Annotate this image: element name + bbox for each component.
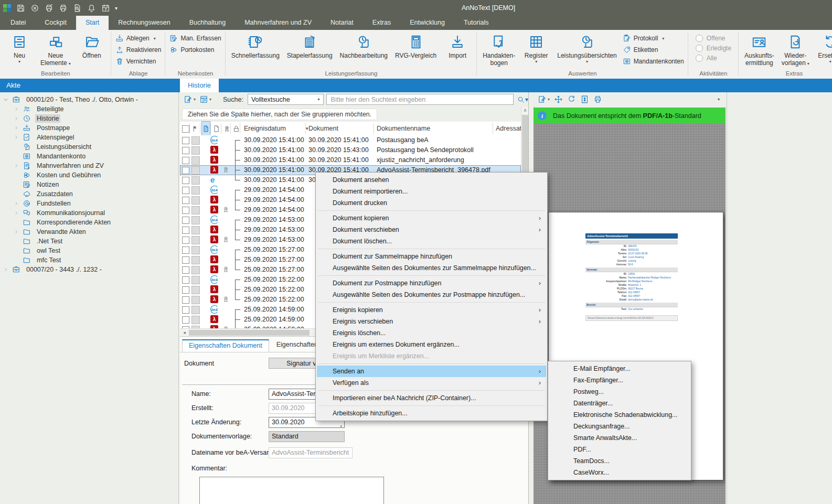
ribbon-tab-rechnungswesen[interactable]: Rechnungswesen	[109, 16, 179, 30]
ribbon-button-man-erfassen[interactable]: Man. Erfassen	[169, 33, 221, 44]
row-checkbox[interactable]	[182, 256, 189, 264]
select-all-checkbox[interactable]	[182, 125, 189, 133]
doc-edit-button[interactable]: ▾	[538, 95, 550, 104]
ribbon-button-auskunfts-ermittlung[interactable]: Auskunfts-ermittlung	[741, 31, 778, 67]
ribbon-button-ffnen[interactable]: Öffnen	[74, 31, 109, 59]
chevron-down-icon[interactable]	[3, 97, 8, 102]
menu-item-ausgew-hlte-seiten-des-dokumentes-zur-samm[interactable]: Ausgewählte Seiten des Dokumentes zur Sa…	[317, 262, 546, 274]
menu-item-importieren-einer-bea-nachricht-zip-contai[interactable]: Importieren einer beA Nachricht (ZIP-Con…	[317, 392, 546, 404]
properties-tab-eigenschaften-dokument[interactable]: Eigenschaften Dokument	[182, 339, 269, 352]
menu-item-dokument-zur-sammelmappe-hinzuf-gen[interactable]: Dokument zur Sammelmappe hinzufügen	[317, 251, 546, 262]
submenu-item-smarte-anwaltsakte[interactable]: Smarte AnwaltsAkte...	[549, 432, 690, 444]
tree-item-verwandte-akten[interactable]: Verwandte Akten	[0, 227, 178, 237]
ribbon-button-mandantenkonten[interactable]: Mandantenkonten	[623, 56, 684, 67]
tree-item-00007-20-3443-1232[interactable]: 00007/20 - 3443 ./. 1232 -	[0, 265, 178, 274]
column-header-dokumentenname[interactable]: Dokumentenname	[377, 122, 430, 135]
menu-item-dokument-kopieren[interactable]: Dokument kopieren›	[317, 212, 546, 224]
tree-item-historie[interactable]: Historie	[0, 114, 178, 123]
tree-item-postmappe[interactable]: Postmappe	[0, 123, 178, 133]
submenu-item-elektronische-schadenabwicklung[interactable]: Elektronische Schadenabwicklung...	[549, 409, 690, 421]
chevron-right-icon[interactable]	[14, 106, 19, 112]
column-header-ereignisdatum[interactable]: Ereignisdatum▾	[244, 122, 308, 135]
column-header-adressat[interactable]: Adressat	[496, 122, 521, 135]
row-checkbox[interactable]	[182, 167, 189, 174]
ribbon-button-handakten-bogen[interactable]: Handakten-bogen	[479, 31, 519, 67]
ribbon-button-leistungs-bersichten[interactable]: Leistungsübersichten▾	[553, 31, 620, 64]
tree-item-fundstellen[interactable]: Fundstellen	[0, 199, 178, 208]
seal-column-icon[interactable]	[223, 122, 231, 135]
ribbon-tab-extras[interactable]: Extras	[363, 16, 400, 30]
chevron-right-icon[interactable]	[14, 229, 19, 234]
ribbon-button-reaktivieren[interactable]: Reaktivieren	[115, 45, 162, 55]
ribbon-tab-mahnverfahren-und-zv[interactable]: Mahnverfahren und ZV	[235, 16, 321, 30]
table-row[interactable]: beA30.09.2020 15:41:0030.09.2020 15:41:0…	[180, 135, 521, 145]
row-checkbox[interactable]	[182, 207, 189, 214]
pan-button[interactable]	[554, 95, 563, 104]
tree-item-aktenspiegel[interactable]: Aktenspiegel	[0, 133, 178, 142]
ribbon-button-vernichten[interactable]: Vernichten	[115, 56, 162, 67]
menu-item-dokument-ansehen[interactable]: Dokument ansehen	[317, 174, 546, 186]
horizontal-scroll-thumb[interactable]	[189, 330, 310, 336]
submenu-item-e-mail-empf-nger[interactable]: E-Mail Empfänger...	[549, 363, 690, 374]
tree-item-beteiligte[interactable]: Beteiligte	[0, 104, 178, 114]
menu-item-dokument-drucken[interactable]: Dokument drucken	[317, 197, 546, 209]
print-icon[interactable]	[58, 3, 68, 13]
row-checkbox[interactable]	[182, 266, 189, 274]
tree-item-korrespondierende-akten[interactable]: Korrespondierende Akten	[0, 218, 178, 227]
ribbon-button-wieder-vorlagen[interactable]: Wieder-vorlagen▾	[778, 31, 813, 68]
table-row[interactable]: λ30.09.2020 15:41:0030.09.2020 15:43:00P…	[180, 145, 521, 155]
row-checkbox[interactable]	[182, 316, 189, 324]
tree-item-kommunikationsjournal[interactable]: Kommunikationsjournal	[0, 208, 178, 218]
ribbon-button-neu[interactable]: Neu▾	[2, 31, 37, 64]
menu-item-ereignis-um-externes-dokument-erg-nzen[interactable]: Ereignis um externes Dokument ergänzen..…	[317, 339, 546, 350]
ribbon-tab-datei[interactable]: Datei	[1, 16, 35, 30]
tree-item-mfc-test[interactable]: mfc Test	[0, 255, 178, 265]
ribbon-button-protokoll[interactable]: Protokoll▾	[623, 33, 684, 44]
chevron-right-icon[interactable]	[14, 201, 19, 206]
chevron-right-icon[interactable]	[14, 116, 19, 121]
search-button[interactable]: ▾	[517, 95, 528, 104]
scroll-left-arrow[interactable]: ◂	[181, 329, 188, 337]
row-checkbox[interactable]	[182, 237, 189, 244]
menu-item-ereignis-l-schen[interactable]: Ereignis löschen...	[317, 327, 546, 339]
customize-toolbar-caret[interactable]: ▾	[115, 5, 118, 11]
ribbon-button-rvg-vergleich[interactable]: RVG-Vergleich	[391, 31, 440, 59]
menu-item-arbeitskopie-hinzuf-gen[interactable]: Arbeitskopie hinzufügen...	[317, 408, 546, 419]
save-icon[interactable]	[16, 3, 25, 13]
row-checkbox[interactable]	[182, 187, 189, 194]
table-row[interactable]: λ30.09.2020 15:41:0030.09.2020 15:41:00x…	[180, 155, 521, 165]
ribbon-button-stapelerfassung[interactable]: Stapelerfassung	[283, 31, 336, 59]
row-checkbox[interactable]	[182, 296, 189, 304]
submenu-item-teamdocs[interactable]: TeamDocs...	[549, 455, 690, 467]
ribbon-tab-cockpit[interactable]: Cockpit	[35, 16, 76, 30]
tab-historie[interactable]: Historie	[180, 79, 219, 92]
chevron-right-icon[interactable]	[3, 267, 8, 272]
page-column-icon[interactable]	[212, 122, 220, 135]
ribbon-tab-tutorials[interactable]: Tutorials	[454, 16, 498, 30]
column-header-dokument[interactable]: Dokument	[308, 122, 338, 135]
row-checkbox[interactable]	[182, 197, 189, 204]
row-checkbox[interactable]	[182, 217, 189, 224]
menu-item-dokument-reimportieren[interactable]: Dokument reimportieren...	[317, 186, 546, 197]
rotate-button[interactable]	[567, 95, 576, 104]
notifications-icon[interactable]	[87, 3, 96, 13]
chevron-right-icon[interactable]	[14, 210, 19, 216]
chevron-right-icon[interactable]	[14, 135, 19, 140]
tree-item-notizen[interactable]: Notizen	[0, 180, 178, 189]
ribbon-button-neue-elemente[interactable]: NeueElemente▾	[37, 31, 74, 68]
row-checkbox[interactable]	[182, 177, 189, 184]
submenu-item-pdf[interactable]: PDF...	[549, 444, 690, 455]
ribbon-button-etiketten[interactable]: Etiketten	[623, 45, 684, 55]
lock-column-icon[interactable]	[232, 122, 240, 135]
chevron-right-icon[interactable]	[14, 163, 19, 168]
search-mode-select[interactable]: Volltextsuche▾	[248, 94, 324, 105]
menu-item-ereignis-verschieben[interactable]: Ereignis verschieben›	[317, 316, 546, 327]
ribbon-tab-entwicklung[interactable]: Entwicklung	[400, 16, 454, 30]
menu-item-dokument-l-schen[interactable]: Dokument löschen...	[317, 235, 546, 247]
row-checkbox[interactable]	[182, 246, 189, 254]
search-input[interactable]	[326, 94, 514, 105]
tree-item-kosten-und-geb-hren[interactable]: Kosten und Gebühren	[0, 170, 178, 180]
ribbon-button-ersetzen[interactable]: Ersetzen▾	[813, 31, 832, 64]
calendar-icon[interactable]	[101, 3, 110, 13]
comment-textarea[interactable]	[199, 477, 384, 504]
